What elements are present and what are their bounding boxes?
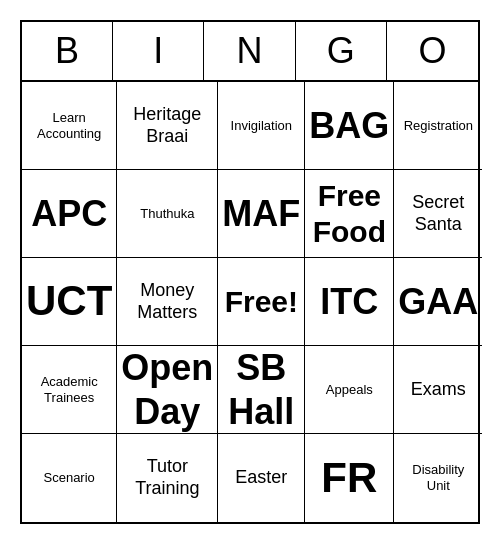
bingo-cell: Disability Unit — [394, 434, 482, 522]
cell-text: SB Hall — [228, 346, 294, 432]
bingo-cell: UCT — [22, 258, 117, 346]
bingo-cell: Open Day — [117, 346, 218, 434]
header-letter: B — [22, 22, 113, 80]
bingo-cell: Heritage Braai — [117, 82, 218, 170]
bingo-cell: Secret Santa — [394, 170, 482, 258]
cell-text: Registration — [404, 118, 473, 134]
bingo-cell: SB Hall — [218, 346, 305, 434]
cell-text: BAG — [309, 104, 389, 147]
bingo-cell: ITC — [305, 258, 394, 346]
cell-text: Exams — [411, 379, 466, 401]
cell-text: Learn Accounting — [37, 110, 101, 141]
bingo-cell: BAG — [305, 82, 394, 170]
bingo-cell: FR — [305, 434, 394, 522]
cell-text: Academic Trainees — [41, 374, 98, 405]
cell-text: Scenario — [44, 470, 95, 486]
bingo-cell: MAF — [218, 170, 305, 258]
cell-text: Thuthuka — [140, 206, 194, 222]
cell-text: Heritage Braai — [133, 104, 201, 147]
cell-text: Free! — [225, 284, 298, 320]
cell-text: Open Day — [121, 346, 213, 432]
cell-text: ITC — [320, 280, 378, 323]
bingo-cell: Academic Trainees — [22, 346, 117, 434]
bingo-cell: Money Matters — [117, 258, 218, 346]
header-letter: I — [113, 22, 204, 80]
cell-text: GAA — [398, 280, 478, 323]
bingo-cell: Registration — [394, 82, 482, 170]
cell-text: Secret Santa — [412, 192, 464, 235]
cell-text: Invigilation — [231, 118, 292, 134]
header-letter: G — [296, 22, 387, 80]
bingo-cell: Appeals — [305, 346, 394, 434]
cell-text: Disability Unit — [412, 462, 464, 493]
bingo-cell: Thuthuka — [117, 170, 218, 258]
bingo-cell: Scenario — [22, 434, 117, 522]
bingo-cell: GAA — [394, 258, 482, 346]
bingo-cell: APC — [22, 170, 117, 258]
bingo-cell: Free Food — [305, 170, 394, 258]
cell-text: UCT — [26, 276, 112, 326]
bingo-grid: Learn AccountingHeritage BraaiInvigilati… — [22, 82, 478, 522]
bingo-cell: Easter — [218, 434, 305, 522]
bingo-cell: Invigilation — [218, 82, 305, 170]
cell-text: Appeals — [326, 382, 373, 398]
bingo-cell: Tutor Training — [117, 434, 218, 522]
bingo-cell: Learn Accounting — [22, 82, 117, 170]
cell-text: Tutor Training — [135, 456, 199, 499]
bingo-card: BINGO Learn AccountingHeritage BraaiInvi… — [20, 20, 480, 524]
bingo-cell: Free! — [218, 258, 305, 346]
bingo-cell: Exams — [394, 346, 482, 434]
cell-text: Easter — [235, 467, 287, 489]
cell-text: Free Food — [313, 178, 386, 250]
bingo-header: BINGO — [22, 22, 478, 82]
cell-text: APC — [31, 192, 107, 235]
header-letter: O — [387, 22, 478, 80]
header-letter: N — [204, 22, 295, 80]
cell-text: Money Matters — [137, 280, 197, 323]
cell-text: FR — [321, 453, 377, 503]
cell-text: MAF — [222, 192, 300, 235]
